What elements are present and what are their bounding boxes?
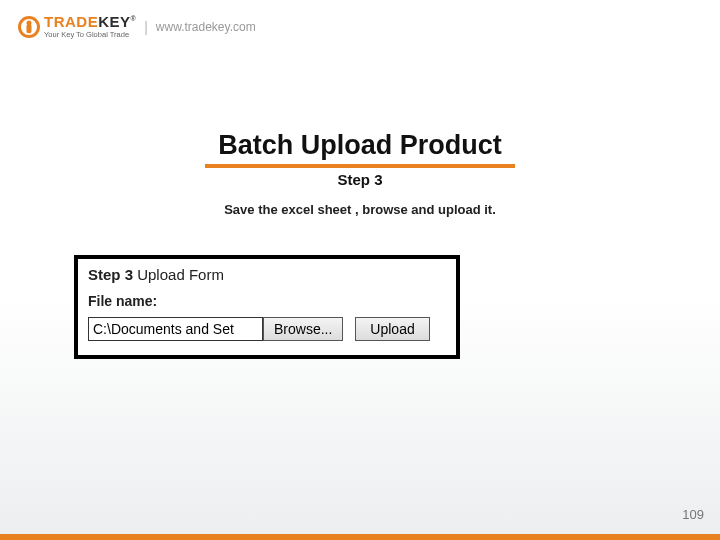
panel-step-number: Step 3	[88, 266, 133, 283]
file-path-input[interactable]	[88, 317, 263, 341]
instruction-text: Save the excel sheet , browse and upload…	[0, 202, 720, 217]
panel-heading: Step 3 Upload Form	[88, 266, 446, 283]
step-subtitle: Step 3	[0, 171, 720, 188]
browse-button[interactable]: Browse...	[263, 317, 343, 341]
page-title: Batch Upload Product	[0, 130, 720, 161]
brand-part-1: TRADE	[44, 13, 98, 30]
file-row: Browse... Upload	[88, 317, 446, 341]
page-number: 109	[682, 507, 704, 522]
upload-button[interactable]: Upload	[355, 317, 429, 341]
filename-label: File name:	[88, 293, 446, 309]
title-underline	[205, 164, 515, 168]
trademark-symbol: ®	[131, 15, 137, 22]
tradekey-logo: TRADEKEY® Your Key To Global Trade	[18, 14, 136, 39]
brand-part-2: KEY	[98, 13, 130, 30]
page-title-block: Batch Upload Product Step 3 Save the exc…	[0, 130, 720, 217]
site-url: www.tradekey.com	[156, 20, 256, 34]
header-divider: |	[144, 19, 148, 35]
panel-step-title: Upload Form	[133, 266, 224, 283]
tagline: Your Key To Global Trade	[44, 30, 136, 39]
footer-accent-bar	[0, 534, 720, 540]
upload-form-panel: Step 3 Upload Form File name: Browse... …	[74, 255, 460, 359]
keyhole-icon	[18, 16, 40, 38]
logo-text: TRADEKEY® Your Key To Global Trade	[44, 14, 136, 39]
slide: TRADEKEY® Your Key To Global Trade | www…	[0, 0, 720, 540]
header: TRADEKEY® Your Key To Global Trade | www…	[18, 14, 256, 39]
